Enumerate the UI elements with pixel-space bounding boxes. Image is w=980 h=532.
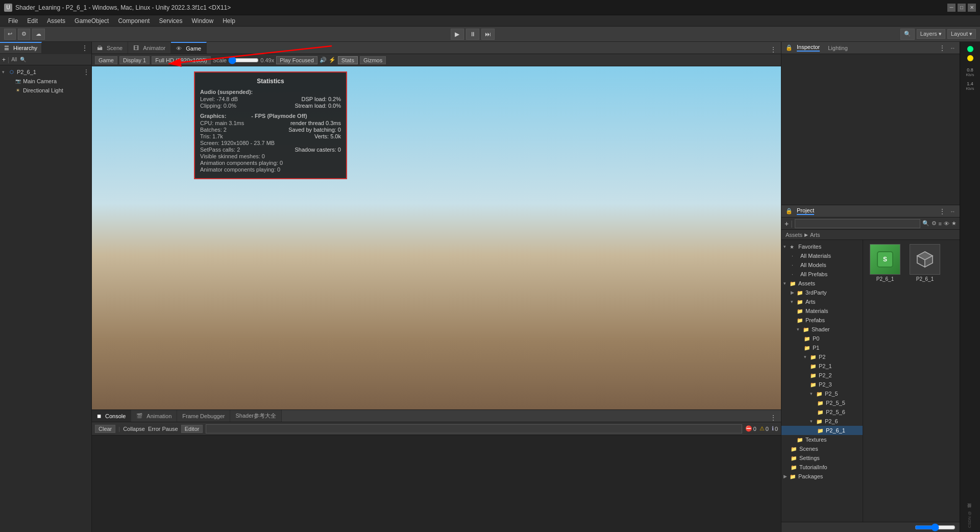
tree-all-models[interactable]: · All Models	[781, 260, 863, 270]
breadcrumb-assets[interactable]: Assets	[786, 232, 802, 238]
tree-materials[interactable]: 📁 Materials	[781, 306, 863, 316]
tree-packages[interactable]: ▶ 📁 Packages	[781, 472, 863, 481]
stats-visible-row: Visible skinned meshes: 0	[200, 153, 341, 159]
tab-animation[interactable]: 🎬 Animation	[131, 410, 177, 422]
tool-settings-button[interactable]: ⚙	[18, 29, 30, 40]
tree-shader[interactable]: ▾ 📁 Shader	[781, 325, 863, 334]
minimize-button[interactable]: ─	[947, 4, 955, 12]
menu-assets[interactable]: Assets	[43, 16, 69, 26]
search-button[interactable]: 🔍	[900, 29, 915, 40]
hier-menu-p261[interactable]: ⋮	[83, 68, 89, 76]
layers-dropdown[interactable]: Layers ▾	[917, 29, 945, 39]
stats-stream-load: Stream load: 0.0%	[295, 103, 341, 109]
asset-cube-p261[interactable]: P2_6_1	[907, 244, 943, 282]
tab-console[interactable]: ◼ Console	[92, 410, 131, 422]
tree-assets[interactable]: ▾ 📁 Assets	[781, 279, 863, 288]
collapse-button[interactable]: Collapse	[123, 426, 145, 432]
project-layout-btn[interactable]: ≡	[939, 221, 942, 227]
tree-settings[interactable]: 📁 Settings	[781, 453, 863, 463]
scale-slider-input[interactable]	[228, 57, 259, 63]
gizmos-button[interactable]: Gizmos	[360, 56, 386, 64]
tab-project[interactable]: Project	[797, 207, 814, 215]
console-search[interactable]	[206, 424, 742, 433]
stats-title: Statistics	[200, 78, 341, 85]
menu-services[interactable]: Services	[155, 16, 186, 26]
tree-p2[interactable]: ▾ 📁 P2	[781, 352, 863, 361]
tree-all-materials[interactable]: · All Materials	[781, 251, 863, 260]
editor-dropdown[interactable]: Editor	[181, 425, 203, 433]
menu-window[interactable]: Window	[187, 16, 217, 26]
hierarchy-menu-button[interactable]: ⋮	[78, 42, 91, 54]
tree-p26[interactable]: ▾ 📁 P2_6	[781, 417, 863, 426]
tree-p23[interactable]: 📁 P2_3	[781, 380, 863, 389]
tree-p22[interactable]: 📁 P2_2	[781, 371, 863, 380]
game-tabs-menu[interactable]: ⋮	[766, 45, 781, 54]
tree-tutorialinfo[interactable]: 📁 TutorialInfo	[781, 463, 863, 472]
pause-button[interactable]: ⏸	[466, 29, 479, 40]
menu-edit[interactable]: Edit	[23, 16, 42, 26]
tree-favorites[interactable]: ▾ ★ Favorites	[781, 242, 863, 251]
tab-animator[interactable]: 🎞 Animator	[128, 42, 171, 54]
tree-3rdparty[interactable]: ▶ 📁 3rdParty	[781, 288, 863, 297]
display-label[interactable]: Game	[95, 56, 117, 64]
tab-inspector[interactable]: Inspector	[797, 44, 820, 52]
inspector-menu[interactable]: ⋮	[939, 44, 946, 52]
breadcrumb-arts[interactable]: Arts	[810, 232, 820, 238]
tab-frame-debugger[interactable]: Frame Debugger	[177, 410, 230, 422]
tree-p261[interactable]: 📁 P2_6_1	[781, 426, 863, 435]
tab-scene[interactable]: 🏔 Scene	[92, 42, 128, 54]
menu-file[interactable]: File	[4, 16, 22, 26]
tree-all-prefabs[interactable]: · All Prefabs	[781, 270, 863, 279]
project-search-btn[interactable]: 🔍	[922, 220, 929, 227]
tree-scenes[interactable]: 📁 Scenes	[781, 444, 863, 453]
warning-icon: ⚠	[760, 425, 765, 432]
hierarchy-search-btn[interactable]: 🔍	[20, 57, 26, 62]
menu-gameobject[interactable]: GameObject	[70, 16, 113, 26]
asset-size-slider[interactable]	[915, 525, 955, 530]
vsync-icon: ⚡	[329, 57, 336, 63]
project-filter-btn[interactable]: ⚙	[932, 220, 937, 227]
stats-button[interactable]: Stats	[338, 56, 358, 64]
menu-component[interactable]: Component	[114, 16, 154, 26]
tab-shader-ref[interactable]: Shader参考大全	[230, 410, 281, 422]
play-focused-button[interactable]: Play Focused	[276, 56, 317, 64]
tab-hierarchy[interactable]: ☰ Hierarchy	[0, 42, 42, 53]
tree-p25[interactable]: ▾ 📁 P2_5	[781, 389, 863, 398]
clear-button[interactable]: Clear	[95, 425, 115, 433]
resolution-selector[interactable]: Full HD (1920x1080)	[152, 56, 211, 64]
play-button[interactable]: ▶	[451, 29, 464, 40]
hier-item-directionallight[interactable]: ☀ Directional Light	[0, 86, 91, 95]
tree-p0[interactable]: 📁 P0	[781, 334, 863, 343]
project-search[interactable]	[795, 219, 920, 228]
tree-arts[interactable]: ▾ 📁 Arts	[781, 297, 863, 306]
hier-item-p261[interactable]: ▾ ⬡ P2_6_1 ⋮	[0, 67, 91, 77]
app-icon: U	[4, 4, 12, 12]
tree-p1[interactable]: 📁 P1	[781, 343, 863, 352]
menu-help[interactable]: Help	[218, 16, 239, 26]
project-star-btn[interactable]: ★	[951, 220, 957, 227]
tree-textures[interactable]: 📁 Textures	[781, 435, 863, 444]
hierarchy-add-button[interactable]: +	[2, 56, 6, 63]
undo-button[interactable]: ↩	[4, 29, 16, 40]
tab-game[interactable]: 👁 Game	[171, 42, 207, 54]
display-selector[interactable]: Display 1	[119, 56, 150, 64]
layout-dropdown[interactable]: Layout ▾	[947, 29, 976, 39]
error-pause-button[interactable]: Error Pause	[148, 426, 178, 432]
project-add-btn[interactable]: +	[785, 220, 789, 228]
maximize-button[interactable]: □	[958, 4, 966, 12]
tree-p21[interactable]: 📁 P2_1	[781, 361, 863, 371]
close-button[interactable]: ✕	[968, 4, 976, 12]
console-tabs-menu[interactable]: ⋮	[766, 414, 781, 422]
asset-shader-p261[interactable]: S P2_6_1	[867, 244, 903, 282]
step-button[interactable]: ⏭	[481, 29, 495, 40]
tree-p255[interactable]: 📁 P2_5_5	[781, 398, 863, 407]
hier-item-maincamera[interactable]: 📷 Main Camera	[0, 77, 91, 86]
all-prefabs-icon: ·	[792, 272, 799, 277]
hierarchy-label: Hierarchy	[13, 45, 37, 51]
project-eye-btn[interactable]: 👁	[944, 221, 949, 227]
project-menu[interactable]: ⋮	[939, 207, 946, 215]
tree-p256[interactable]: 📁 P2_5_6	[781, 407, 863, 417]
tree-prefabs[interactable]: 📁 Prefabs	[781, 316, 863, 325]
cloud-button[interactable]: ☁	[32, 29, 45, 40]
tab-lighting[interactable]: Lighting	[828, 45, 848, 51]
